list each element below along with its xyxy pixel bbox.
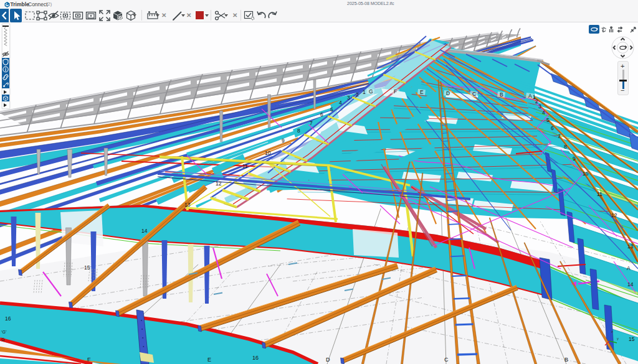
- svg-text:8: 8: [564, 144, 567, 150]
- svg-text:5: 5: [546, 117, 550, 123]
- svg-text:15: 15: [84, 264, 90, 271]
- svg-text:y: y: [617, 337, 619, 340]
- svg-text:C: C: [472, 91, 476, 97]
- svg-text:3: 3: [347, 95, 350, 101]
- svg-text:7: 7: [558, 133, 561, 139]
- svg-text:7: 7: [310, 120, 313, 126]
- svg-text:10: 10: [265, 150, 271, 156]
- svg-text:13: 13: [627, 243, 634, 250]
- svg-text:11: 11: [242, 163, 248, 169]
- svg-text:C: C: [444, 357, 449, 363]
- svg-text:G: G: [1, 337, 4, 342]
- svg-text:14: 14: [627, 281, 634, 287]
- svg-text:16: 16: [252, 355, 259, 361]
- svg-text:3: 3: [538, 103, 541, 110]
- svg-text:16: 16: [5, 315, 11, 322]
- svg-text:‘G’: ‘G’: [1, 330, 7, 334]
- svg-text:E: E: [207, 357, 211, 363]
- svg-text:4: 4: [339, 100, 342, 106]
- svg-text:14: 14: [141, 228, 148, 234]
- svg-text:2: 2: [356, 91, 359, 98]
- svg-text:F: F: [394, 88, 397, 95]
- svg-text:G: G: [369, 88, 373, 95]
- svg-text:15: 15: [629, 336, 635, 342]
- svg-text:6: 6: [551, 125, 554, 131]
- svg-text:9: 9: [282, 138, 285, 144]
- svg-text:A: A: [627, 265, 631, 271]
- svg-text:D: D: [326, 357, 330, 363]
- svg-text:A: A: [528, 93, 532, 99]
- svg-text:4: 4: [542, 110, 545, 116]
- svg-text:z: z: [611, 330, 613, 334]
- svg-text:5: 5: [330, 106, 333, 113]
- svg-text:12: 12: [611, 212, 617, 218]
- svg-text:6: 6: [320, 111, 323, 118]
- svg-text:D: D: [446, 90, 450, 96]
- svg-text:F: F: [87, 357, 91, 363]
- svg-text:12: 12: [216, 180, 222, 187]
- svg-text:11: 11: [597, 191, 602, 197]
- svg-text:B: B: [500, 91, 503, 98]
- svg-text:13: 13: [184, 202, 191, 208]
- svg-text:10: 10: [583, 170, 589, 177]
- svg-text:E: E: [420, 89, 424, 95]
- svg-text:9: 9: [573, 156, 576, 162]
- svg-text:1: 1: [363, 89, 366, 95]
- svg-text:8: 8: [297, 128, 300, 134]
- svg-text:B: B: [564, 357, 568, 363]
